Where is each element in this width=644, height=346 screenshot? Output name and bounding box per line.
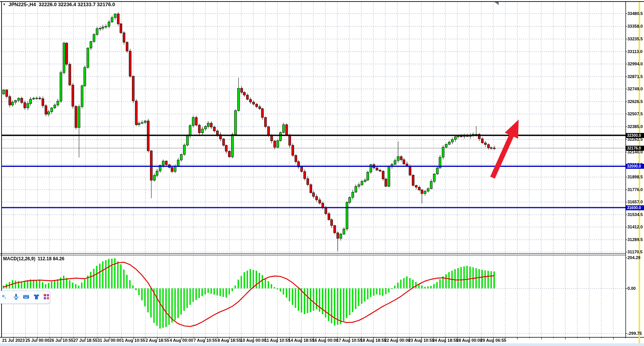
price-tick-label: 31289.5 <box>627 237 643 242</box>
time-tick-label: 25 Jul 00:00 <box>25 338 49 343</box>
chart-canvas[interactable] <box>0 0 644 346</box>
price-tick-label: 32994.0 <box>627 62 643 66</box>
time-tick-label: 4 Aug 00:00 <box>170 338 193 343</box>
macd-tick-label: 204.29 <box>627 255 641 260</box>
time-tick-label: 21 Jul 2023 <box>2 338 25 343</box>
price-tick-label: 31412.0 <box>627 225 643 229</box>
time-tick-label: 23 Aug 10:55 <box>408 338 434 343</box>
mt4-chart-window: ▼ JPN225-,H4 32226.0 32236.4 32133.7 321… <box>0 0 644 346</box>
price-tick-label: 32385.0 <box>627 124 643 129</box>
time-tick-label: 28 Aug 00:00 <box>456 338 482 343</box>
time-tick-label: 11 Aug 10:55 <box>265 338 290 343</box>
time-tick-label: 17 Aug 10:55 <box>336 338 362 343</box>
macd-indicator-label: MACD(12,26,9) 112.18 84.26 <box>3 256 64 261</box>
time-tick-label: 2 Aug 18:55 <box>146 338 169 343</box>
price-tick-label: 31898.5 <box>627 175 643 179</box>
time-tick-label: 26 Jul 10:55 <box>50 338 73 343</box>
price-tick-label: 32626.5 <box>627 99 643 104</box>
time-tick-label: 8 Aug 18:55 <box>218 338 241 343</box>
ohlc-quote-label: 32226.0 32236.4 32133.7 32176.0 <box>38 2 115 7</box>
time-tick-label: 27 Jul 18:55 <box>73 338 97 343</box>
symbol-quote-bar: ▼ JPN225-,H4 32226.0 32236.4 32133.7 321… <box>3 2 115 7</box>
time-tick-label: 14 Aug 18:55 <box>288 338 314 343</box>
price-level-badge: 32300.0 <box>626 133 644 138</box>
price-tick-label: 33113.0 <box>627 49 642 54</box>
time-tick-label: 7 Aug 10:55 <box>194 338 217 343</box>
price-tick-label: 31534.5 <box>627 212 643 217</box>
price-level-badge: 32000.0 <box>626 164 644 169</box>
price-level-badge: 32176.0 <box>626 146 644 151</box>
time-tick-label: 29 Aug 06:55 <box>480 338 506 343</box>
time-tick-label: 31 Jul 00:00 <box>97 338 121 343</box>
pen-icon[interactable] <box>2 293 9 301</box>
price-tick-label: 33480.5 <box>627 11 643 16</box>
price-level-badge: 31600.0 <box>626 205 644 210</box>
tshirt-icon[interactable] <box>33 293 40 301</box>
price-tick-label: 32871.5 <box>627 74 643 79</box>
price-tick-label: 31776.0 <box>627 187 643 192</box>
apps-grid-icon[interactable] <box>43 293 50 301</box>
time-tick-label: 10 Aug 00:00 <box>240 338 266 343</box>
price-tick-label: 33235.5 <box>627 37 643 41</box>
floating-input-toolbar <box>0 291 50 304</box>
price-tick-label: 32749.0 <box>627 86 643 91</box>
time-tick-label: 1 Aug 10:55 <box>121 338 145 343</box>
microphone-icon[interactable] <box>13 293 20 301</box>
keyboard-icon[interactable] <box>23 293 30 301</box>
price-tick-label: 31657.0 <box>627 200 643 204</box>
macd-tick-label: 0.00 <box>627 286 636 291</box>
symbol-collapse-icon[interactable]: ▼ <box>3 2 6 7</box>
time-tick-label: 18 Aug 18:55 <box>360 338 386 343</box>
symbol-timeframe-label: JPN225-,H4 <box>8 2 36 7</box>
macd-tick-label: -299.75 <box>627 331 642 336</box>
price-tick-label: 31170.5 <box>627 250 642 254</box>
macd-name-label: MACD(12,26,9) <box>3 256 35 261</box>
price-tick-label: 33358.0 <box>627 24 643 28</box>
macd-values-label: 112.18 84.26 <box>38 256 64 261</box>
time-tick-label: 24 Aug 18:55 <box>432 338 458 343</box>
time-tick-label: 22 Aug 00:00 <box>384 338 410 343</box>
price-tick-label: 32507.5 <box>627 111 643 116</box>
time-tick-label: 16 Aug 00:00 <box>312 338 338 343</box>
